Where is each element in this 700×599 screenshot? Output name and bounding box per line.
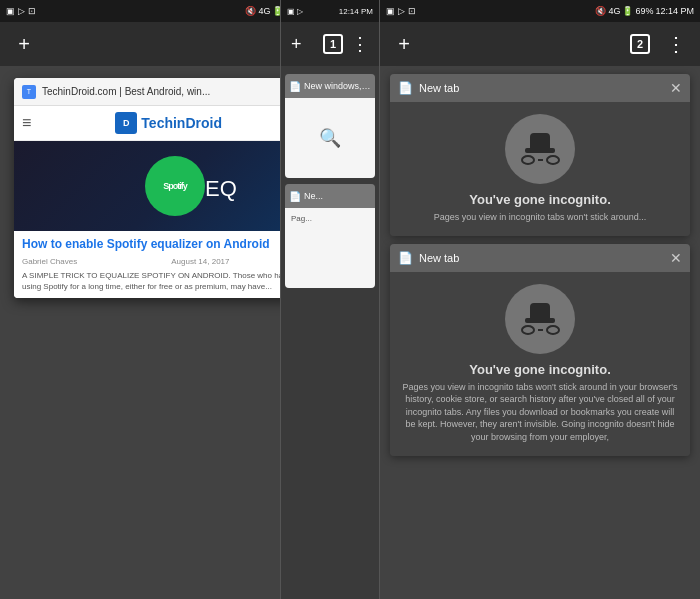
- incognito-text-2: Pages you view in incognito tabs won't s…: [400, 381, 680, 444]
- spy-glasses-1: [521, 155, 560, 165]
- incognito-text-1: Pages you view in incognito tabs won't s…: [434, 211, 646, 224]
- spy-hat-top-2: [530, 303, 550, 321]
- right-chrome-toolbar: + 2 ⋮: [380, 22, 700, 66]
- play-icon: ▷: [18, 6, 25, 16]
- mid-status-time: 12:14 PM: [339, 7, 373, 16]
- mid-doc-icon-1: 📄: [289, 81, 301, 92]
- site-logo: D TechinDroid: [115, 112, 222, 134]
- right-notif-icon: ▣: [386, 6, 395, 16]
- incognito-body-2: You've gone incognito. Pages you view in…: [390, 272, 690, 456]
- mid-card-body-2: Pag...: [285, 208, 375, 288]
- incognito-header-1: 📄 New tab ✕: [390, 74, 690, 102]
- right-status-right: 🔇 4G 🔋 69% 12:14 PM: [595, 6, 694, 16]
- incognito-doc-icon-2: 📄: [398, 251, 413, 265]
- eq-label: EQ: [205, 176, 237, 202]
- article-date: August 14, 2017: [171, 257, 229, 266]
- spy-bridge-1: [538, 159, 543, 161]
- mid-play-icon: ▷: [297, 7, 303, 16]
- incognito-card-2: 📄 New tab ✕: [390, 244, 690, 456]
- incognito-title-2: New tab: [419, 252, 664, 264]
- mid-partial-text: Pag...: [291, 214, 312, 223]
- mid-status-icons: ▣ ▷: [287, 7, 303, 16]
- spotify-logo: Spotify: [145, 156, 205, 216]
- signal-icon: 4G: [258, 6, 270, 16]
- spy-lens-left-2: [521, 325, 535, 335]
- right-status-bar: ▣ ▷ ⊡ 🔇 4G 🔋 69% 12:14 PM: [380, 0, 700, 22]
- mid-tab-count[interactable]: 1: [323, 34, 343, 54]
- card-title: TechinDroid.com | Best Android, win...: [42, 86, 310, 97]
- logo-tech: Tech: [141, 115, 173, 131]
- mid-search-icon: 🔍: [319, 127, 341, 149]
- incognito-spy-icon-1: [505, 114, 575, 184]
- spy-lens-right-2: [546, 325, 560, 335]
- right-tab-area: 📄 New tab ✕: [380, 66, 700, 599]
- mid-card-header-1: 📄 New windows, i...: [285, 74, 375, 98]
- mid-tab-card-1: 📄 New windows, i... 🔍: [285, 74, 375, 178]
- right-sync-icon: ⊡: [408, 6, 416, 16]
- mid-status-bar: ▣ ▷ 12:14 PM: [281, 0, 379, 22]
- right-play-icon: ▷: [398, 6, 405, 16]
- mid-notif-icon: ▣: [287, 7, 295, 16]
- spy-hat-top-1: [530, 133, 550, 151]
- spy-hat-brim-1: [525, 148, 555, 153]
- incognito-title-1: New tab: [419, 82, 664, 94]
- mid-tab-title-1: New windows, i...: [304, 81, 371, 91]
- incognito-heading-2: You've gone incognito.: [469, 362, 611, 377]
- mid-card-body-1: 🔍: [285, 98, 375, 178]
- right-battery-icon: 🔋: [622, 6, 633, 16]
- spy-figure-2: [521, 303, 560, 335]
- mid-tab-stack: 📄 New windows, i... 🔍 📄 Ne... Pag...: [281, 66, 379, 296]
- mid-tab-card-2: 📄 Ne... Pag...: [285, 184, 375, 288]
- right-new-tab-button[interactable]: +: [390, 30, 418, 58]
- article-author: Gabriel Chaves: [22, 257, 77, 266]
- right-menu-button[interactable]: ⋮: [662, 30, 690, 58]
- mid-new-tab-icon[interactable]: +: [291, 34, 302, 55]
- spy-lens-right-1: [546, 155, 560, 165]
- incognito-close-2[interactable]: ✕: [670, 250, 682, 266]
- right-status-left: ▣ ▷ ⊡: [386, 6, 416, 16]
- mute-icon: 🔇: [245, 6, 256, 16]
- spy-bridge-2: [538, 329, 543, 331]
- spy-figure-1: [521, 133, 560, 165]
- incognito-body-1: You've gone incognito. Pages you view in…: [390, 102, 690, 236]
- mid-toolbar-right: 1 ⋮: [323, 33, 369, 55]
- site-logo-icon: D: [115, 112, 137, 134]
- right-phone-panel: ▣ ▷ ⊡ 🔇 4G 🔋 69% 12:14 PM + 2 ⋮ 📄 New ta…: [380, 0, 700, 599]
- mid-card-header-2: 📄 Ne...: [285, 184, 375, 208]
- mid-tab-title-2: Ne...: [304, 191, 371, 201]
- logo-in: in: [173, 115, 185, 131]
- logo-droid: Droid: [185, 115, 222, 131]
- notification-icon: ▣: [6, 6, 15, 16]
- incognito-close-1[interactable]: ✕: [670, 80, 682, 96]
- sync-icon: ⊡: [28, 6, 36, 16]
- left-status-left: ▣ ▷ ⊡: [6, 6, 36, 16]
- incognito-tab-stack: 📄 New tab ✕: [380, 66, 700, 464]
- incognito-spy-icon-2: [505, 284, 575, 354]
- incognito-header-2: 📄 New tab ✕: [390, 244, 690, 272]
- mid-toolbar: + 1 ⋮: [281, 22, 379, 66]
- mid-doc-icon-2: 📄: [289, 191, 301, 202]
- spy-glasses-2: [521, 325, 560, 335]
- right-signal: 4G: [608, 6, 620, 16]
- site-logo-text: TechinDroid: [141, 115, 222, 131]
- incognito-card-1: 📄 New tab ✕: [390, 74, 690, 236]
- incognito-heading-1: You've gone incognito.: [469, 192, 611, 207]
- new-tab-button[interactable]: +: [10, 30, 38, 58]
- middle-partial-panel: ▣ ▷ 12:14 PM + 1 ⋮ 📄 New windows, i... 🔍…: [280, 0, 380, 599]
- right-time: 12:14 PM: [655, 6, 694, 16]
- right-tab-count[interactable]: 2: [630, 34, 650, 54]
- spy-hat-brim-2: [525, 318, 555, 323]
- right-toolbar-right: 2 ⋮: [630, 30, 690, 58]
- card-favicon: T: [22, 85, 36, 99]
- right-battery: 69%: [635, 6, 653, 16]
- right-mute-icon: 🔇: [595, 6, 606, 16]
- incognito-doc-icon-1: 📄: [398, 81, 413, 95]
- spy-lens-left-1: [521, 155, 535, 165]
- mid-menu-icon[interactable]: ⋮: [351, 33, 369, 55]
- hamburger-icon[interactable]: ≡: [22, 114, 31, 132]
